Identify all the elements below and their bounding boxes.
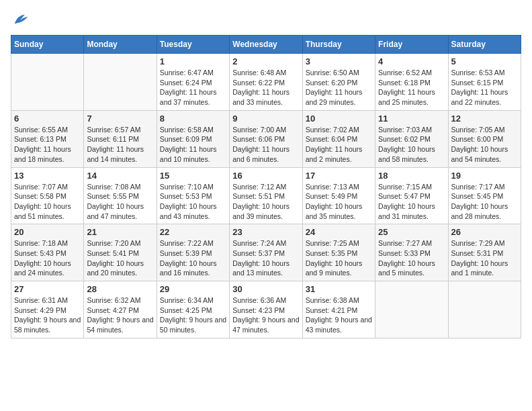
calendar-cell: 18 Sunrise: 7:15 AMSunset: 5:47 PMDaylig…	[375, 167, 448, 224]
weekday-header-tuesday: Tuesday	[157, 36, 229, 54]
calendar-cell	[84, 54, 157, 111]
calendar-cell: 17 Sunrise: 7:13 AMSunset: 5:49 PMDaylig…	[302, 167, 375, 224]
logo-bird-icon	[11, 11, 30, 30]
day-number: 4	[378, 56, 445, 66]
day-number: 8	[160, 113, 226, 124]
day-detail: Sunrise: 7:24 AMSunset: 5:37 PMDaylight:…	[232, 238, 299, 278]
day-number: 28	[87, 284, 153, 294]
day-number: 13	[14, 171, 81, 181]
calendar-cell: 5 Sunrise: 6:53 AMSunset: 6:15 PMDayligh…	[448, 54, 521, 111]
day-detail: Sunrise: 7:07 AMSunset: 5:58 PMDaylight:…	[14, 182, 81, 222]
calendar-cell: 10 Sunrise: 7:02 AMSunset: 6:04 PMDaylig…	[302, 110, 375, 167]
day-detail: Sunrise: 6:55 AMSunset: 6:13 PMDaylight:…	[14, 125, 81, 165]
day-detail: Sunrise: 6:48 AMSunset: 6:22 PMDaylight:…	[232, 68, 299, 107]
weekday-header-saturday: Saturday	[448, 36, 521, 54]
day-detail: Sunrise: 7:00 AMSunset: 6:06 PMDaylight:…	[232, 125, 299, 165]
day-detail: Sunrise: 7:17 AMSunset: 5:45 PMDaylight:…	[451, 182, 518, 222]
calendar-cell: 11 Sunrise: 7:03 AMSunset: 6:02 PMDaylig…	[375, 110, 448, 167]
weekday-header-monday: Monday	[84, 36, 157, 54]
day-detail: Sunrise: 6:31 AMSunset: 4:29 PMDaylight:…	[14, 295, 81, 335]
day-number: 17	[306, 171, 372, 181]
day-number: 14	[87, 171, 153, 181]
day-number: 7	[87, 113, 153, 124]
calendar-week-row: 6 Sunrise: 6:55 AMSunset: 6:13 PMDayligh…	[11, 110, 521, 167]
day-number: 31	[306, 284, 372, 294]
calendar-cell: 4 Sunrise: 6:52 AMSunset: 6:18 PMDayligh…	[375, 54, 448, 111]
calendar-cell: 6 Sunrise: 6:55 AMSunset: 6:13 PMDayligh…	[11, 110, 84, 167]
calendar-cell: 25 Sunrise: 7:27 AMSunset: 5:33 PMDaylig…	[375, 224, 448, 281]
day-detail: Sunrise: 6:58 AMSunset: 6:09 PMDaylight:…	[160, 125, 226, 165]
logo	[11, 11, 32, 30]
weekday-header-thursday: Thursday	[302, 36, 375, 54]
calendar-cell: 22 Sunrise: 7:22 AMSunset: 5:39 PMDaylig…	[157, 224, 229, 281]
day-detail: Sunrise: 7:25 AMSunset: 5:35 PMDaylight:…	[306, 238, 372, 278]
calendar-cell: 27 Sunrise: 6:31 AMSunset: 4:29 PMDaylig…	[11, 281, 84, 338]
calendar-cell: 28 Sunrise: 6:32 AMSunset: 4:27 PMDaylig…	[84, 281, 157, 338]
calendar-cell	[375, 281, 448, 338]
day-number: 3	[306, 56, 372, 66]
day-detail: Sunrise: 6:34 AMSunset: 4:25 PMDaylight:…	[160, 295, 226, 335]
day-detail: Sunrise: 7:03 AMSunset: 6:02 PMDaylight:…	[378, 125, 445, 165]
calendar-cell: 26 Sunrise: 7:29 AMSunset: 5:31 PMDaylig…	[448, 224, 521, 281]
day-number: 26	[451, 227, 518, 237]
calendar-cell: 19 Sunrise: 7:17 AMSunset: 5:45 PMDaylig…	[448, 167, 521, 224]
calendar-cell: 15 Sunrise: 7:10 AMSunset: 5:53 PMDaylig…	[157, 167, 229, 224]
day-number: 21	[87, 227, 153, 237]
calendar-cell	[11, 54, 84, 111]
day-detail: Sunrise: 6:53 AMSunset: 6:15 PMDaylight:…	[451, 68, 518, 107]
day-detail: Sunrise: 7:02 AMSunset: 6:04 PMDaylight:…	[306, 125, 372, 165]
day-detail: Sunrise: 7:22 AMSunset: 5:39 PMDaylight:…	[160, 238, 226, 278]
day-number: 29	[160, 284, 226, 294]
calendar-cell: 14 Sunrise: 7:08 AMSunset: 5:55 PMDaylig…	[84, 167, 157, 224]
calendar-cell: 9 Sunrise: 7:00 AMSunset: 6:06 PMDayligh…	[230, 110, 302, 167]
calendar-cell: 20 Sunrise: 7:18 AMSunset: 5:43 PMDaylig…	[11, 224, 84, 281]
day-number: 5	[451, 56, 518, 66]
day-number: 12	[451, 113, 518, 124]
calendar-week-row: 20 Sunrise: 7:18 AMSunset: 5:43 PMDaylig…	[11, 224, 521, 281]
day-number: 18	[378, 171, 445, 181]
calendar-cell	[448, 281, 521, 338]
day-number: 11	[378, 113, 445, 124]
day-number: 30	[232, 284, 299, 294]
calendar-week-row: 1 Sunrise: 6:47 AMSunset: 6:24 PMDayligh…	[11, 54, 521, 111]
calendar-cell: 30 Sunrise: 6:36 AMSunset: 4:23 PMDaylig…	[230, 281, 302, 338]
day-detail: Sunrise: 6:47 AMSunset: 6:24 PMDaylight:…	[160, 68, 226, 107]
day-number: 25	[378, 227, 445, 237]
day-number: 22	[160, 227, 226, 237]
calendar-cell: 16 Sunrise: 7:12 AMSunset: 5:51 PMDaylig…	[230, 167, 302, 224]
day-number: 1	[160, 56, 226, 66]
weekday-header-friday: Friday	[375, 36, 448, 54]
calendar-cell: 21 Sunrise: 7:20 AMSunset: 5:41 PMDaylig…	[84, 224, 157, 281]
calendar-cell: 3 Sunrise: 6:50 AMSunset: 6:20 PMDayligh…	[302, 54, 375, 111]
calendar-cell: 2 Sunrise: 6:48 AMSunset: 6:22 PMDayligh…	[230, 54, 302, 111]
day-detail: Sunrise: 6:57 AMSunset: 6:11 PMDaylight:…	[87, 125, 153, 165]
day-detail: Sunrise: 7:05 AMSunset: 6:00 PMDaylight:…	[451, 125, 518, 165]
calendar-week-row: 13 Sunrise: 7:07 AMSunset: 5:58 PMDaylig…	[11, 167, 521, 224]
weekday-header-row: SundayMondayTuesdayWednesdayThursdayFrid…	[11, 36, 521, 54]
weekday-header-wednesday: Wednesday	[230, 36, 302, 54]
day-number: 23	[232, 227, 299, 237]
day-detail: Sunrise: 7:10 AMSunset: 5:53 PMDaylight:…	[160, 182, 226, 222]
day-number: 6	[14, 113, 81, 124]
day-detail: Sunrise: 6:36 AMSunset: 4:23 PMDaylight:…	[232, 295, 299, 335]
day-detail: Sunrise: 6:32 AMSunset: 4:27 PMDaylight:…	[87, 295, 153, 335]
day-detail: Sunrise: 7:08 AMSunset: 5:55 PMDaylight:…	[87, 182, 153, 222]
calendar-week-row: 27 Sunrise: 6:31 AMSunset: 4:29 PMDaylig…	[11, 281, 521, 338]
calendar-table: SundayMondayTuesdayWednesdayThursdayFrid…	[11, 35, 521, 338]
calendar-cell: 24 Sunrise: 7:25 AMSunset: 5:35 PMDaylig…	[302, 224, 375, 281]
calendar-cell: 12 Sunrise: 7:05 AMSunset: 6:00 PMDaylig…	[448, 110, 521, 167]
day-detail: Sunrise: 6:52 AMSunset: 6:18 PMDaylight:…	[378, 68, 445, 107]
calendar-cell: 23 Sunrise: 7:24 AMSunset: 5:37 PMDaylig…	[230, 224, 302, 281]
calendar-cell: 8 Sunrise: 6:58 AMSunset: 6:09 PMDayligh…	[157, 110, 229, 167]
day-number: 19	[451, 171, 518, 181]
day-detail: Sunrise: 7:13 AMSunset: 5:49 PMDaylight:…	[306, 182, 372, 222]
day-number: 15	[160, 171, 226, 181]
day-number: 20	[14, 227, 81, 237]
day-detail: Sunrise: 6:38 AMSunset: 4:21 PMDaylight:…	[306, 295, 372, 335]
calendar-cell: 29 Sunrise: 6:34 AMSunset: 4:25 PMDaylig…	[157, 281, 229, 338]
day-detail: Sunrise: 6:50 AMSunset: 6:20 PMDaylight:…	[306, 68, 372, 107]
day-number: 10	[306, 113, 372, 124]
day-number: 27	[14, 284, 81, 294]
day-number: 9	[232, 113, 299, 124]
day-detail: Sunrise: 7:12 AMSunset: 5:51 PMDaylight:…	[232, 182, 299, 222]
